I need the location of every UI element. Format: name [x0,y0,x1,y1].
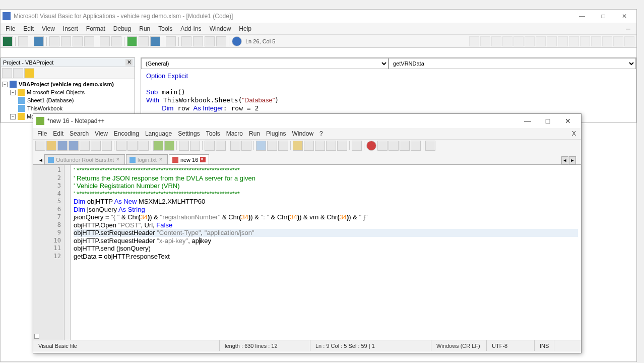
procedure-dropdown[interactable]: getVRNData [389,58,636,69]
close-button[interactable] [80,141,90,151]
tree-item-sheet1[interactable]: Sheet1 (Database) [2,96,134,104]
menu-plugins[interactable]: Plugins [263,129,289,138]
break-button[interactable] [139,36,149,46]
indent-button[interactable] [480,36,490,46]
menu-addins[interactable]: Add-Ins [176,24,205,33]
insert-module-button[interactable] [18,36,28,46]
menu-language[interactable]: Language [142,129,175,138]
undo-button[interactable] [100,36,110,46]
menu-help[interactable]: ? [316,129,326,138]
close-button[interactable]: ✕ [558,115,578,127]
tab-new16[interactable]: new 16 ✕ [169,154,209,164]
menu-macro[interactable]: Macro [223,129,246,138]
maximize-button[interactable]: □ [593,11,613,21]
view-excel-button[interactable] [3,36,13,46]
close-all-button[interactable] [91,141,101,151]
spellcheck-button[interactable] [425,141,435,151]
copy-button[interactable] [61,36,71,46]
sync-v-button[interactable] [230,141,240,151]
status-eol[interactable]: Windows (CR LF) [431,340,487,351]
quick-info-button[interactable] [591,36,601,46]
menu-tools[interactable]: Tools [154,24,176,33]
menu-window[interactable]: Window [289,129,316,138]
code-editor[interactable]: ' **************************************… [71,165,581,340]
tab-scroll-right-icon[interactable]: ► [569,156,576,164]
properties-button[interactable] [193,36,203,46]
npp-titlebar[interactable]: *new 16 - Notepad++ — □ ✕ [33,114,581,128]
comment-button[interactable] [502,36,512,46]
record-button[interactable] [366,141,376,151]
menu-settings[interactable]: Settings [175,129,203,138]
clear-bookmarks-button[interactable] [558,36,568,46]
tab-login[interactable]: login.txt ✕ [126,154,168,164]
menu-insert[interactable]: Insert [59,24,82,33]
object-browser-button[interactable] [205,36,215,46]
minimize-button[interactable]: — [572,11,592,21]
tree-root[interactable]: − VBAProject (vehicle reg demo.xlsm) [2,80,134,88]
menu-view[interactable]: View [92,129,111,138]
parameter-info-button[interactable] [602,36,612,46]
menu-file[interactable]: File [2,24,19,33]
play-button[interactable] [377,141,388,151]
vba-titlebar[interactable]: Microsoft Visual Basic for Applications … [1,10,636,23]
print-button[interactable] [102,141,112,151]
new-file-button[interactable] [35,141,45,151]
menu-file[interactable]: File [34,129,50,138]
playback-button[interactable] [389,141,399,151]
list-properties-button[interactable] [569,36,579,46]
run-macro-button[interactable] [411,141,421,151]
project-explorer-header[interactable]: Project - VBAProject ✕ [1,58,135,67]
collapse-icon[interactable]: − [10,114,16,119]
udl-button[interactable] [293,141,303,151]
help-button[interactable] [232,36,242,46]
monitoring-button[interactable] [352,141,362,151]
menu-edit[interactable]: Edit [50,129,67,138]
word-wrap-button[interactable] [256,141,266,151]
split-handle[interactable] [34,334,39,339]
tab-close-icon[interactable]: ✕ [159,157,164,162]
tab-scroll-left-icon[interactable]: ◄ [38,155,44,164]
menu-window[interactable]: Window [206,24,235,33]
minimize-button[interactable]: — [518,115,538,127]
tree-folder-excel-objects[interactable]: − Microsoft Excel Objects [2,88,134,96]
toggle-bookmark-button[interactable] [525,36,535,46]
undo-button[interactable] [153,141,163,151]
uncomment-button[interactable] [513,36,524,46]
menu-view[interactable]: View [38,24,59,33]
save-all-button[interactable] [69,141,79,151]
tab-close-icon[interactable]: ✕ [116,157,121,162]
paste-button[interactable] [73,36,83,46]
doc-list-button[interactable] [315,141,325,151]
collapse-icon[interactable]: − [10,90,16,95]
prev-bookmark-button[interactable] [547,36,557,46]
find-button[interactable] [84,36,94,46]
indent-guide-button[interactable] [278,141,288,151]
project-explorer-button[interactable] [181,36,191,46]
mdi-restore-icon[interactable]: – [622,23,635,34]
copy-button[interactable] [127,141,138,151]
sync-h-button[interactable] [241,141,251,151]
menu-search[interactable]: Search [67,129,92,138]
menu-edit[interactable]: Edit [19,24,38,33]
cut-button[interactable] [49,36,59,46]
fold-margin[interactable] [65,165,71,340]
save-button[interactable] [34,36,44,46]
replace-button[interactable] [190,141,200,151]
menu-tools[interactable]: Tools [203,129,223,138]
zoom-in-button[interactable] [205,141,215,151]
reset-button[interactable] [150,36,160,46]
more-controls-button[interactable] [624,36,634,46]
next-bookmark-button[interactable] [536,36,546,46]
all-chars-button[interactable] [267,141,277,151]
toolbox-button[interactable] [216,36,226,46]
folder-button[interactable] [337,141,347,151]
tab-close-all-icon[interactable]: X [569,129,580,138]
view-object-button[interactable] [13,68,23,78]
menu-run[interactable]: Run [246,129,263,138]
tab-outlander[interactable]: Outlander Roof Bars.txt ✕ [44,154,125,164]
tab-scroll-left-icon[interactable]: ◄ [561,156,568,164]
object-dropdown[interactable]: (General) [141,58,389,69]
toggle-folders-button[interactable] [24,68,34,78]
close-button[interactable]: ✕ [614,11,634,21]
status-encoding[interactable]: UTF-8 [487,340,535,351]
